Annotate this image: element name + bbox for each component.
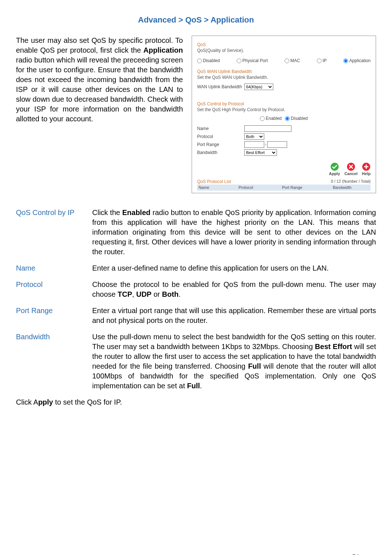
radio-mac[interactable]: MAC [285, 58, 300, 64]
wan-sub: Set the QoS WAN Uplink Bandwidth. [197, 74, 371, 80]
definition-term: Bandwidth [16, 332, 92, 342]
definition-desc: Enter a user-defined name to define this… [92, 263, 376, 273]
definitions: QoS Control by IPClick the Enabled radio… [16, 208, 376, 391]
definition-desc: Click the Enabled radio button to enable… [92, 208, 376, 257]
protocol-label: Protocol [197, 134, 244, 139]
definition-row: ProtocolChoose the protocol to be enable… [16, 280, 376, 299]
ctrl-title: QoS Control by Protocol [197, 101, 371, 107]
wan-bandwidth-label: WAN Uplink Bandwidth [197, 84, 244, 90]
port-range-from[interactable] [244, 141, 264, 148]
name-label: Name [197, 126, 244, 131]
qos-subtitle: QoS(Quality of Service). [197, 48, 371, 53]
page-number: 51 [352, 552, 360, 555]
qos-title: QoS [197, 42, 371, 48]
plus-icon [362, 162, 371, 171]
definition-row: BandwidthUse the pull-down menu to selec… [16, 332, 376, 391]
definition-term: Port Range [16, 306, 92, 316]
definition-desc: Enter a virtual port range that will use… [92, 306, 376, 325]
definition-row: NameEnter a user-defined name to define … [16, 263, 376, 273]
definition-row: QoS Control by IPClick the Enabled radio… [16, 208, 376, 257]
radio-disabled[interactable]: Disabled [197, 58, 220, 64]
check-icon [330, 162, 339, 171]
qos-screenshot: QoS QoS(Quality of Service). Disabled Ph… [192, 36, 376, 193]
qos-mode-radios: Disabled Physical Port MAC IP Applicatio… [197, 58, 371, 64]
wan-title: QoS WAN Uplink Bandwidth [197, 69, 371, 74]
radio-ip[interactable]: IP [317, 58, 327, 64]
protocol-list-count: 0 / 12 (Number / Total) [331, 179, 371, 185]
port-range-label: Port Range [197, 142, 244, 147]
ctrl-sub: Set the QoS High Priority Control by Pro… [197, 107, 371, 113]
definition-desc: Choose the protocol to be enabled for Qo… [92, 280, 376, 299]
wan-bandwidth-select[interactable]: 64(Kbps) [244, 84, 273, 90]
radio-enabled[interactable]: Enabled [260, 116, 282, 121]
bandwidth-select[interactable]: Best Effort [244, 149, 277, 156]
radio-application[interactable]: Application [343, 58, 371, 64]
radio-physical-port[interactable]: Physical Port [237, 58, 268, 64]
port-range-to[interactable] [267, 141, 287, 148]
close-icon [347, 162, 355, 171]
protocol-select[interactable]: Both [244, 133, 264, 140]
definition-term: QoS Control by IP [16, 208, 92, 218]
bandwidth-label: Bandwidth [197, 150, 244, 155]
definition-term: Protocol [16, 280, 92, 289]
breadcrumb: Advanced > QoS > Application [16, 15, 376, 25]
cancel-button[interactable]: Cancel [344, 162, 358, 177]
definition-term: Name [16, 263, 92, 273]
intro-paragraph: The user may also set QoS by specific pr… [16, 36, 183, 124]
definition-row: Port RangeEnter a virtual port range tha… [16, 306, 376, 325]
help-button[interactable]: Help [362, 162, 371, 177]
protocol-list-title: QoS Protocol List [197, 179, 231, 185]
radio-disabled-ctrl[interactable]: Disabled [285, 116, 308, 121]
apply-button[interactable]: Apply [329, 162, 340, 177]
footer-line: Click Apply to set the QoS for IP. [16, 397, 376, 407]
protocol-list-header: Name Protocol Port Range Bandwidth [197, 185, 371, 191]
name-input[interactable] [244, 125, 291, 132]
definition-desc: Use the pull-down menu to select the bes… [92, 332, 376, 391]
